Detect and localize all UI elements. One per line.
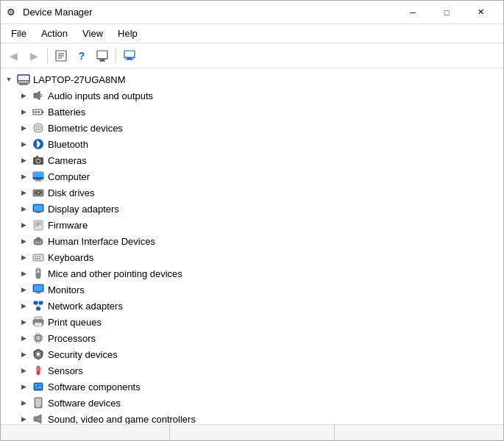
svg-rect-30	[33, 172, 43, 177]
security-icon	[32, 348, 45, 361]
status-section-2	[170, 425, 335, 440]
svg-rect-18	[42, 111, 43, 113]
mice-label: Mice and other pointing devices	[48, 268, 182, 279]
monitors-icon	[32, 283, 45, 296]
forward-button[interactable]: ▶	[24, 46, 43, 65]
menu-view[interactable]: View	[75, 26, 110, 40]
processor-icon	[32, 331, 45, 345]
svg-point-95	[38, 418, 39, 420]
tree-item-sensors[interactable]: ▶ Sensors	[1, 362, 503, 379]
audio-icon	[32, 89, 45, 102]
tree-item-biometric[interactable]: ▶ Biometric devices	[1, 120, 503, 136]
display-icon	[32, 202, 45, 215]
update-driver-button[interactable]	[93, 46, 112, 65]
svg-point-36	[40, 194, 42, 196]
svg-rect-57	[34, 285, 43, 291]
networkadapters-label: Network adapters	[48, 301, 123, 312]
chevron: ▶	[18, 139, 29, 149]
computer-label: Computer	[48, 171, 90, 182]
svg-point-48	[40, 242, 41, 243]
show-computer-button[interactable]	[120, 46, 139, 65]
chevron: ▶	[18, 301, 29, 311]
back-button[interactable]: ◀	[4, 46, 23, 65]
svg-point-47	[38, 242, 39, 243]
close-button[interactable]: ✕	[464, 1, 497, 24]
tree-item-keyboards[interactable]: ▶ Keyboards	[1, 249, 503, 265]
hid-label: Human Interface Devices	[48, 236, 155, 247]
chevron: ▶	[18, 365, 29, 376]
chevron: ▶	[18, 236, 29, 246]
content-area: ▼ LAPTOP-27UGA8NM ▶	[1, 68, 503, 424]
svg-rect-52	[39, 256, 40, 257]
tree-root-node[interactable]: ▼ LAPTOP-27UGA8NM	[1, 71, 503, 87]
chevron: ▶	[18, 268, 29, 279]
tree-item-printqueues[interactable]: ▶ Print queues	[1, 314, 503, 330]
tree-item-cameras[interactable]: ▶ Cameras	[1, 152, 503, 168]
tree-item-bluetooth[interactable]: ▶ Bluetooth	[1, 136, 503, 152]
chevron: ▶	[18, 317, 29, 327]
chevron: ▶	[18, 171, 29, 182]
sound-label: Sound, video and game controllers	[48, 414, 196, 425]
app-icon: ⚙	[7, 7, 18, 18]
tree-item-batteries[interactable]: ▶ Batteries	[1, 104, 503, 120]
status-section-3	[335, 425, 499, 440]
svg-rect-60	[34, 301, 38, 304]
tree-item-securitydevices[interactable]: ▶ Security devices	[1, 346, 503, 362]
biometric-icon	[32, 121, 45, 135]
diskdrives-icon	[32, 186, 45, 199]
tree-item-softwarecomponents[interactable]: ▶ Software components	[1, 379, 503, 395]
svg-marker-16	[34, 91, 40, 100]
cameras-label: Cameras	[48, 155, 87, 166]
tree-item-softwaredevices[interactable]: ▶ Software devices	[1, 395, 503, 411]
menu-file[interactable]: File	[4, 26, 34, 40]
svg-line-64	[38, 304, 41, 307]
toolbar-separator-1	[47, 49, 48, 63]
bluetooth-icon	[32, 137, 45, 151]
maximize-button[interactable]: □	[430, 1, 464, 24]
tree-item-audio[interactable]: ▶ Audio inputs and outputs	[1, 87, 503, 104]
tree-item-sound[interactable]: ▶ Sound, video and game controllers	[1, 411, 503, 424]
chevron: ▶	[18, 107, 29, 117]
monitors-label: Monitors	[48, 284, 85, 295]
tree-item-networkadapters[interactable]: ▶ Network adapters	[1, 298, 503, 314]
chevron: ▶	[18, 90, 29, 101]
sensors-icon	[32, 364, 45, 377]
svg-rect-91	[35, 398, 41, 406]
svg-rect-45	[37, 237, 40, 240]
tree-item-firmware[interactable]: ▶ Firmware	[1, 217, 503, 233]
chevron: ▶	[18, 252, 29, 262]
properties-button[interactable]	[52, 46, 71, 65]
menu-help[interactable]: Help	[110, 26, 145, 40]
svg-rect-93	[34, 417, 37, 421]
softwaredevices-label: Software devices	[48, 398, 121, 409]
sound-icon	[32, 412, 45, 424]
tree-item-computer[interactable]: ▶ Computer	[1, 168, 503, 184]
batteries-label: Batteries	[48, 107, 85, 118]
softwaredevices-icon	[32, 396, 45, 409]
network-icon	[32, 299, 45, 312]
cameras-icon	[32, 154, 45, 167]
tree-item-diskdrives[interactable]: ▶ Disk drives	[1, 184, 503, 201]
svg-rect-82	[38, 371, 39, 374]
tree-item-monitors[interactable]: ▶ Monitors	[1, 282, 503, 298]
svg-rect-38	[34, 205, 43, 211]
chevron: ▶	[18, 398, 29, 408]
tree-item-mice[interactable]: ▶ Mice and other pointing devices	[1, 265, 503, 282]
tree-item-hid[interactable]: ▶ Human Interface Devices	[1, 233, 503, 249]
printer-icon	[32, 315, 45, 329]
chevron: ▶	[18, 414, 29, 424]
tree-panel[interactable]: ▼ LAPTOP-27UGA8NM ▶	[1, 68, 503, 424]
menu-action[interactable]: Action	[34, 26, 75, 40]
window-title: Device Manager	[23, 7, 396, 18]
minimize-button[interactable]: ─	[396, 1, 430, 24]
svg-point-80	[37, 353, 40, 356]
tree-item-processors[interactable]: ▶ Processors	[1, 330, 503, 346]
svg-rect-62	[37, 307, 40, 310]
help-button[interactable]: ?	[72, 46, 91, 65]
svg-point-27	[38, 160, 40, 162]
status-bar	[1, 424, 503, 440]
tree-item-displayadapters[interactable]: ▶ Display adapters	[1, 201, 503, 217]
svg-point-35	[37, 192, 40, 193]
chevron: ▶	[18, 333, 29, 343]
chevron: ▶	[18, 155, 29, 165]
